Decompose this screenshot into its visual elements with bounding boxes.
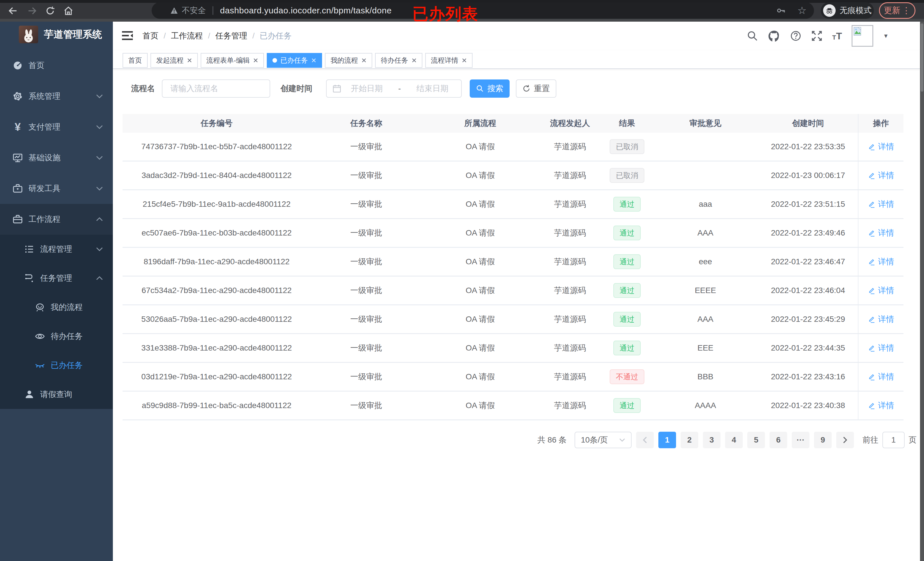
- tab-label: 待办任务: [381, 56, 408, 65]
- sidebar-toggle-button[interactable]: [121, 29, 135, 43]
- created-time-cell: 2022-01-22 23:51:15: [758, 190, 858, 218]
- actions-cell: 详情: [858, 190, 903, 218]
- sidebar-item-devtools[interactable]: 研发工具: [0, 173, 113, 204]
- security-status[interactable]: 不安全: [170, 5, 206, 16]
- search-button[interactable]: 搜索: [470, 79, 510, 98]
- task-name-cell: 一级审批: [310, 162, 422, 189]
- total-count: 共 86 条: [537, 435, 567, 445]
- sidebar-item-infrastructure[interactable]: 基础设施: [0, 142, 113, 173]
- page-number: ···: [796, 435, 805, 444]
- sidebar-item-done-tasks[interactable]: 已办任务: [0, 351, 113, 380]
- detail-button[interactable]: 详情: [868, 170, 894, 181]
- browser-home-button[interactable]: [62, 4, 75, 18]
- page-button[interactable]: 2: [681, 432, 698, 448]
- search-icon[interactable]: [747, 30, 758, 42]
- detail-button[interactable]: 详情: [868, 227, 894, 238]
- page-button[interactable]: 9: [814, 432, 832, 448]
- tab[interactable]: 已办任务: [267, 53, 322, 68]
- task-id-cell: ec507ae6-7b9a-11ec-b03b-acde48001122: [123, 219, 310, 247]
- broken-image-icon: [853, 27, 863, 36]
- detail-button[interactable]: 详情: [868, 199, 894, 209]
- sidebar-item-task-mgmt[interactable]: 任务管理: [0, 264, 113, 293]
- browser-reload-button[interactable]: [44, 4, 57, 18]
- sidebar-item-system[interactable]: 系统管理: [0, 81, 113, 112]
- warning-icon: [170, 7, 178, 14]
- page-button[interactable]: 6: [770, 432, 787, 448]
- date-range-picker[interactable]: 开始日期 - 结束日期: [326, 79, 462, 98]
- detail-button[interactable]: 详情: [868, 141, 894, 152]
- task-id-cell: 53026aa5-7b9a-11ec-a290-acde48001122: [123, 305, 310, 333]
- close-icon[interactable]: [187, 58, 192, 63]
- key-icon[interactable]: [776, 6, 786, 15]
- tab[interactable]: 发起流程: [150, 53, 198, 68]
- sidebar-logo-row[interactable]: 芋道管理系统: [0, 25, 113, 47]
- result-tag: 不通过: [610, 370, 644, 384]
- detail-button[interactable]: 详情: [868, 285, 894, 296]
- browser-update-button[interactable]: 更新 ⋮: [879, 2, 915, 19]
- opinion-cell: [652, 162, 758, 189]
- tab-label: 已办任务: [280, 56, 308, 65]
- browser-scrollbar[interactable]: [920, 22, 924, 561]
- close-icon[interactable]: [253, 58, 258, 63]
- process-name-input[interactable]: 请输入流程名: [162, 79, 270, 98]
- detail-button[interactable]: 详情: [868, 314, 894, 325]
- page-size-select[interactable]: 10条/页: [574, 432, 632, 448]
- browser-menu-icon[interactable]: ⋮: [902, 6, 910, 15]
- detail-button[interactable]: 详情: [868, 371, 894, 382]
- briefcase-icon: [11, 214, 24, 225]
- sidebar-item-home[interactable]: 首页: [0, 50, 113, 81]
- browser-forward-button[interactable]: [25, 4, 39, 18]
- address-bar[interactable]: 不安全 dashboard.yudao.iocoder.cn/bpm/task/…: [152, 2, 814, 19]
- page-button[interactable]: 5: [747, 432, 765, 448]
- update-label: 更新: [884, 5, 900, 16]
- sidebar-item-leave-query[interactable]: 请假查询: [0, 380, 113, 409]
- close-icon[interactable]: [411, 58, 417, 63]
- tab[interactable]: 待办任务: [375, 53, 422, 68]
- font-size-icon[interactable]: TT: [832, 31, 842, 41]
- goto-page-input[interactable]: 1: [882, 432, 904, 448]
- page-button[interactable]: 3: [703, 432, 720, 448]
- prev-page-button[interactable]: [636, 432, 654, 448]
- breadcrumb-home[interactable]: 首页: [142, 30, 159, 41]
- column-header: 所属流程: [422, 114, 538, 133]
- result-cell: 通过: [602, 277, 652, 304]
- avatar-caret-icon[interactable]: ▼: [883, 33, 889, 39]
- process-cell: OA 请假: [422, 305, 538, 333]
- scrollbar-thumb[interactable]: [921, 23, 923, 92]
- next-page-button[interactable]: [836, 432, 854, 448]
- help-icon[interactable]: [790, 30, 801, 42]
- breadcrumb: 首页 / 工作流程 / 任务管理 / 已办任务: [142, 22, 292, 50]
- starter-cell: 芋道源码: [538, 277, 602, 304]
- starter-cell: 芋道源码: [538, 363, 602, 391]
- detail-button[interactable]: 详情: [868, 400, 894, 411]
- detail-button[interactable]: 详情: [868, 256, 894, 267]
- tab[interactable]: 流程表单-编辑: [201, 53, 264, 68]
- page-button[interactable]: 4: [725, 432, 743, 448]
- page-button[interactable]: ···: [792, 432, 809, 448]
- close-icon[interactable]: [311, 58, 316, 63]
- annotation-title: 已办列表: [412, 3, 478, 25]
- sidebar-item-process-mgmt[interactable]: 流程管理: [0, 235, 113, 264]
- sidebar-item-payment[interactable]: ¥ 支付管理: [0, 112, 113, 142]
- breadcrumb-workflow[interactable]: 工作流程: [171, 30, 203, 41]
- fullscreen-icon[interactable]: [811, 30, 822, 42]
- tab[interactable]: 我的流程: [325, 53, 372, 68]
- bookmark-star-icon[interactable]: ☆: [798, 5, 807, 16]
- page-button[interactable]: 1: [658, 432, 676, 448]
- browser-back-button[interactable]: [6, 4, 20, 18]
- task-name-cell: 一级审批: [310, 190, 422, 218]
- sidebar-item-my-process[interactable]: 我的流程: [0, 293, 113, 322]
- github-icon[interactable]: [768, 30, 780, 42]
- detail-button[interactable]: 详情: [868, 343, 894, 353]
- breadcrumb-task-mgmt[interactable]: 任务管理: [216, 30, 248, 41]
- tab[interactable]: 流程详情: [425, 53, 472, 68]
- close-icon[interactable]: [362, 58, 366, 63]
- reset-button[interactable]: 重置: [516, 79, 556, 98]
- task-id-cell: a59c9d88-7b99-11ec-ba5c-acde48001122: [123, 392, 310, 419]
- sidebar-item-label: 任务管理: [40, 273, 72, 284]
- tab[interactable]: 首页: [123, 53, 148, 68]
- close-icon[interactable]: [462, 58, 467, 63]
- avatar[interactable]: [852, 25, 873, 47]
- sidebar-item-todo-tasks[interactable]: 待办任务: [0, 322, 113, 351]
- sidebar-item-workflow[interactable]: 工作流程: [0, 204, 113, 235]
